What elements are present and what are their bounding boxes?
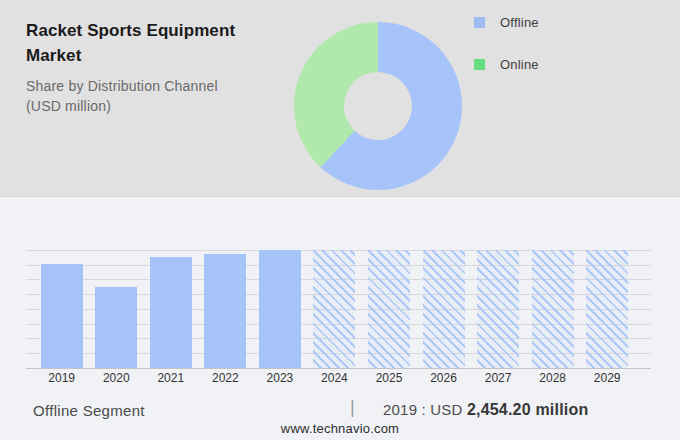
offline-swatch-icon [474, 17, 485, 28]
x-tick-label: 2023 [253, 371, 307, 385]
legend-label: Online [500, 57, 539, 72]
website-text: www.technavio.com [0, 421, 680, 436]
caption-separator: | [350, 397, 355, 418]
x-tick-label: 2020 [89, 371, 143, 385]
infographic-page: Racket Sports Equipment Market Share by … [0, 0, 680, 440]
caption-value-prefix: 2019 : USD [383, 401, 463, 418]
bar-2021 [150, 257, 192, 368]
legend-item-offline: Offline [474, 15, 539, 30]
x-tick-label: 2025 [362, 371, 416, 385]
bar-chart-plot [26, 250, 651, 369]
caption-value: 2019 : USD 2,454.20 million [383, 401, 588, 419]
x-tick-label: 2027 [471, 371, 525, 385]
forecast-bar-2029 [586, 250, 628, 368]
page-subtitle: Share by Distribution Channel (USD milli… [26, 76, 246, 116]
online-swatch-icon [474, 59, 485, 70]
bar-2020 [95, 287, 137, 368]
bar-2022 [204, 254, 246, 368]
bar-2019 [41, 264, 83, 368]
segment-label: Offline Segment [33, 402, 145, 419]
x-tick-label: 2028 [526, 371, 580, 385]
summary-section: Racket Sports Equipment Market Share by … [0, 0, 680, 197]
forecast-bar-2024 [313, 250, 355, 368]
chart-legend: Offline Online [474, 15, 539, 72]
legend-item-online: Online [474, 57, 539, 72]
donut-chart [294, 22, 462, 190]
x-tick-label: 2026 [417, 371, 471, 385]
x-tick-label: 2021 [144, 371, 198, 385]
donut-hole [344, 72, 412, 140]
page-title: Racket Sports Equipment Market [26, 18, 276, 68]
x-tick-label: 2029 [580, 371, 634, 385]
forecast-bar-2028 [532, 250, 574, 368]
forecast-bar-2026 [423, 250, 465, 368]
x-tick-label: 2022 [198, 371, 252, 385]
bar-chart-section: 2019202020212022202320242025202620272028… [0, 197, 680, 440]
title-block: Racket Sports Equipment Market Share by … [26, 18, 276, 116]
caption-value-bold: 2,454.20 million [467, 401, 588, 418]
x-axis-labels: 2019202020212022202320242025202620272028… [26, 371, 651, 387]
x-tick-label: 2024 [307, 371, 361, 385]
forecast-bar-2025 [368, 250, 410, 368]
legend-label: Offline [500, 15, 539, 30]
forecast-bar-2027 [477, 250, 519, 368]
bar-2023 [259, 250, 301, 368]
x-tick-label: 2019 [35, 371, 89, 385]
